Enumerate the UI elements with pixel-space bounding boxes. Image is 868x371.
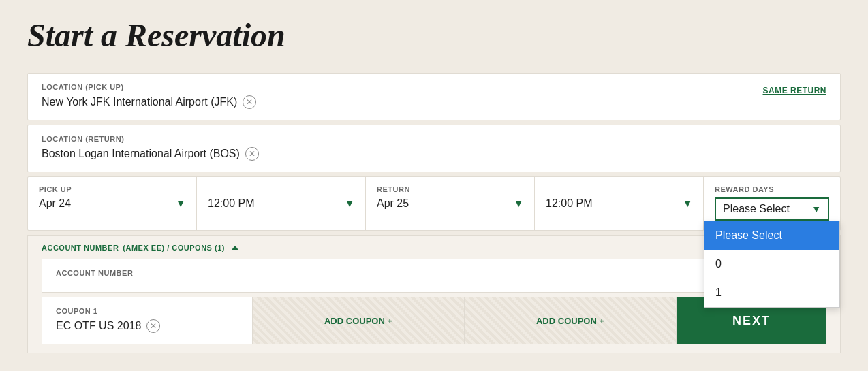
reward-days-cell: REWARD DAYS Please Select ▼ Please Selec… [704,177,840,230]
coupon-1-text: EC OTF US 2018 [56,320,141,332]
pickup-location-text: New York JFK International Airport (JFK) [42,96,237,108]
pickup-location-card: LOCATION (PICK UP) New York JFK Internat… [27,73,841,120]
return-time-select[interactable]: 12:00 PM ▼ [546,197,692,210]
return-location-card: LOCATION (RETURN) Boston Logan Internati… [27,125,841,172]
pickup-date-value: Apr 24 [39,197,71,210]
pickup-location-value: New York JFK International Airport (JFK)… [42,95,256,109]
return-location-clear-icon[interactable]: ✕ [245,147,259,161]
pickup-date-label: PICK UP [39,185,185,193]
return-location-text: Boston Logan International Airport (BOS) [42,148,240,160]
return-time-value: 12:00 PM [546,197,592,210]
account-collapse-icon[interactable] [232,246,238,250]
coupon-1-box: COUPON 1 EC OTF US 2018 ✕ [42,297,253,344]
return-time-label-spacer [546,185,692,193]
coupon-1-value: EC OTF US 2018 ✕ [56,319,238,333]
return-location-value: Boston Logan International Airport (BOS)… [42,147,826,161]
pickup-time-select[interactable]: 12:00 PM ▼ [208,197,354,210]
reward-days-option-1[interactable]: 1 [704,278,839,307]
account-header-suffix: (AMEX EE) / COUPONS (1) [123,244,225,252]
account-header-label: ACCOUNT NUMBER [42,244,119,252]
add-coupon-button-2[interactable]: ADD COUPON + [465,297,677,344]
return-location-label: LOCATION (RETURN) [42,135,826,143]
pickup-time-value: 12:00 PM [208,197,254,210]
reward-days-arrow-icon: ▼ [811,204,821,214]
return-date-label: RETURN [377,185,523,193]
date-time-reward-row: PICK UP Apr 24 ▼ 12:00 PM ▼ RETURN Apr 2… [27,176,841,231]
pickup-date-select[interactable]: Apr 24 ▼ [39,197,185,210]
pickup-date-arrow-icon: ▼ [176,198,185,209]
reward-days-dropdown: Please Select 0 1 [704,221,840,308]
pickup-time-cell: 12:00 PM ▼ [197,177,366,230]
return-date-arrow-icon: ▼ [514,198,523,209]
coupon-1-label: COUPON 1 [56,307,238,315]
return-date-select[interactable]: Apr 25 ▼ [377,197,523,210]
coupon-1-clear-icon[interactable]: ✕ [146,319,160,333]
pickup-location-clear-icon[interactable]: ✕ [243,95,256,109]
account-number-label: ACCOUNT NUMBER [56,269,812,277]
pickup-date-cell: PICK UP Apr 24 ▼ [28,177,197,230]
reward-days-select[interactable]: Please Select ▼ [715,197,829,221]
pickup-time-arrow-icon: ▼ [345,198,354,209]
reward-days-option-please-select[interactable]: Please Select [704,221,839,250]
add-coupon-button-1[interactable]: ADD COUPON + [253,297,465,344]
page-title: Start a Reservation [27,16,841,54]
reward-days-option-0[interactable]: 0 [704,250,839,278]
reward-days-selected-value: Please Select [723,203,790,215]
return-date-cell: RETURN Apr 25 ▼ [366,177,535,230]
same-return-link[interactable]: SAME RETURN [762,86,826,95]
reward-days-wrapper: Please Select ▼ Please Select 0 1 [715,197,829,221]
return-date-value: Apr 25 [377,197,409,210]
pickup-time-label-spacer [208,185,354,193]
return-time-cell: 12:00 PM ▼ [535,177,704,230]
pickup-location-label: LOCATION (PICK UP) [42,83,256,91]
reward-days-label: REWARD DAYS [715,185,829,193]
return-time-arrow-icon: ▼ [683,198,692,209]
